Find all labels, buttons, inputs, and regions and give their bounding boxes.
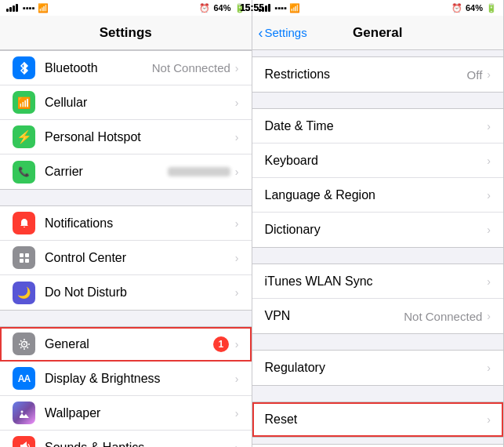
svg-rect-2 <box>20 259 24 263</box>
alarm-icon: ⏰ <box>199 3 210 13</box>
notifications-label: Notifications <box>45 216 235 231</box>
restrictions-label: Restrictions <box>265 67 467 82</box>
display-chevron: › <box>235 372 239 385</box>
cellular-chevron: › <box>235 96 239 109</box>
hotspot-icon: ⚡ <box>16 129 32 144</box>
bluetooth-item[interactable]: Bluetooth Not Connected › <box>0 51 252 85</box>
signal-bars <box>6 4 18 12</box>
right-spacer-3 <box>252 334 504 350</box>
svg-rect-1 <box>25 253 29 257</box>
battery-percent: 64% <box>213 3 230 13</box>
general-chevron: › <box>235 338 239 351</box>
right-alarm-icon: ⏰ <box>451 3 462 13</box>
hotspot-icon-bg: ⚡ <box>13 125 35 148</box>
cellular-icon-bg: 📶 <box>13 91 35 114</box>
display-icon: AA <box>18 373 30 384</box>
itunes-wlan-chevron: › <box>487 275 491 288</box>
vpn-label: VPN <box>265 309 404 323</box>
control-center-item[interactable]: Control Center › <box>0 241 252 275</box>
language-region-label: Language & Region <box>265 188 488 202</box>
control-center-label: Control Center <box>45 251 235 265</box>
svg-rect-0 <box>20 253 24 257</box>
spacer-1 <box>0 190 252 205</box>
wallpaper-icon-bg <box>13 402 35 424</box>
connectivity-group: Bluetooth Not Connected › 📶 Cellular › ⚡… <box>0 50 252 190</box>
left-status-right: ⏰ 64% 🔋 <box>199 3 245 13</box>
vpn-chevron: › <box>487 310 491 322</box>
right-spacer-1 <box>252 93 504 108</box>
wifi-icon: 📶 <box>38 3 49 13</box>
carrier-icon-bg: 📞 <box>13 161 35 184</box>
do-not-disturb-item[interactable]: 🌙 Do Not Disturb › <box>0 275 252 310</box>
general-badge: 1 <box>213 336 229 352</box>
wallpaper-item[interactable]: Wallpaper › <box>0 396 252 431</box>
sounds-icon-bg <box>13 436 35 447</box>
left-nav-title: Settings <box>100 25 152 41</box>
dnd-chevron: › <box>235 286 239 299</box>
control-center-icon-bg <box>13 246 35 269</box>
left-panel: ▪▪▪▪ 📶 15:55 ⏰ 64% 🔋 Settings Bluetooth … <box>0 0 252 447</box>
itunes-wlan-label: iTunes WLAN Sync <box>265 274 488 289</box>
restrictions-chevron: › <box>487 68 491 81</box>
reset-item[interactable]: Reset › <box>252 402 504 437</box>
date-time-chevron: › <box>487 120 491 133</box>
itunes-wlan-item[interactable]: iTunes WLAN Sync › <box>252 264 504 299</box>
language-region-item[interactable]: Language & Region › <box>252 178 504 213</box>
regulatory-item[interactable]: Regulatory › <box>252 351 504 385</box>
date-time-item[interactable]: Date & Time › <box>252 109 504 144</box>
right-spacer-5 <box>252 438 504 444</box>
carrier-chevron: › <box>235 165 239 178</box>
restrictions-value: Off <box>467 68 483 82</box>
left-settings-list: Bluetooth Not Connected › 📶 Cellular › ⚡… <box>0 50 252 447</box>
general-icon-bg <box>13 333 35 355</box>
wallpaper-label: Wallpaper <box>45 406 235 420</box>
right-status-left: ▪▪▪▪ 📶 <box>259 3 301 13</box>
dictionary-chevron: › <box>487 224 491 236</box>
shutdown-group: Shut Down <box>252 444 504 447</box>
dnd-icon-bg: 🌙 <box>13 282 35 304</box>
display-icon-bg: AA <box>13 367 35 390</box>
cellular-icon: 📶 <box>17 96 31 109</box>
dictionary-label: Dictionary <box>265 223 488 237</box>
vpn-item[interactable]: VPN Not Connected › <box>252 299 504 333</box>
right-panel: ▪▪▪▪ 📶 15:55 ⏰ 64% 🔋 ‹ Settings General … <box>252 0 505 447</box>
right-nav-bar: ‹ Settings General <box>252 16 504 50</box>
sounds-haptics-item[interactable]: Sounds & Haptics › <box>0 431 252 447</box>
right-spacer-0 <box>252 50 504 56</box>
back-label: Settings <box>265 26 307 39</box>
regulatory-group: Regulatory › <box>252 350 504 386</box>
reset-chevron: › <box>487 413 491 426</box>
personal-hotspot-item[interactable]: ⚡ Personal Hotspot › <box>0 120 252 154</box>
right-spacer-2 <box>252 248 504 263</box>
hotspot-label: Personal Hotspot <box>45 130 235 144</box>
keyboard-item[interactable]: Keyboard › <box>252 144 504 178</box>
sounds-label: Sounds & Haptics <box>45 441 235 448</box>
carrier-icon: 📞 <box>18 166 30 177</box>
right-battery-percent: 64% <box>466 3 483 13</box>
restrictions-item[interactable]: Restrictions Off › <box>252 57 504 92</box>
spacer-2 <box>0 311 252 326</box>
notifications-item[interactable]: Notifications › <box>0 206 252 241</box>
display-brightness-item[interactable]: AA Display & Brightness › <box>0 362 252 396</box>
carrier-item[interactable]: 📞 Carrier › <box>0 154 252 189</box>
cellular-label: Cellular <box>45 96 235 110</box>
cellular-item[interactable]: 📶 Cellular › <box>0 85 252 120</box>
carrier-value <box>168 165 230 179</box>
right-nav-title: General <box>353 25 402 41</box>
general-item[interactable]: General 1 › <box>0 327 252 362</box>
bluetooth-icon-bg <box>13 56 35 79</box>
bluetooth-chevron: › <box>235 62 239 74</box>
carrier-name: ▪▪▪▪ <box>23 3 35 13</box>
right-status-right: ⏰ 64% 🔋 <box>451 3 497 13</box>
right-wifi-icon: 📶 <box>289 3 300 13</box>
reset-group: Reset › <box>252 402 504 438</box>
regulatory-chevron: › <box>487 362 491 374</box>
sounds-chevron: › <box>235 442 239 448</box>
svg-rect-3 <box>25 259 29 263</box>
hotspot-chevron: › <box>235 131 239 144</box>
back-button[interactable]: ‹ Settings <box>259 26 307 40</box>
right-settings-list: Restrictions Off › Date & Time › Keyboar… <box>252 50 504 447</box>
dictionary-item[interactable]: Dictionary › <box>252 213 504 247</box>
general-label: General <box>45 337 213 351</box>
right-spacer-4 <box>252 386 504 402</box>
